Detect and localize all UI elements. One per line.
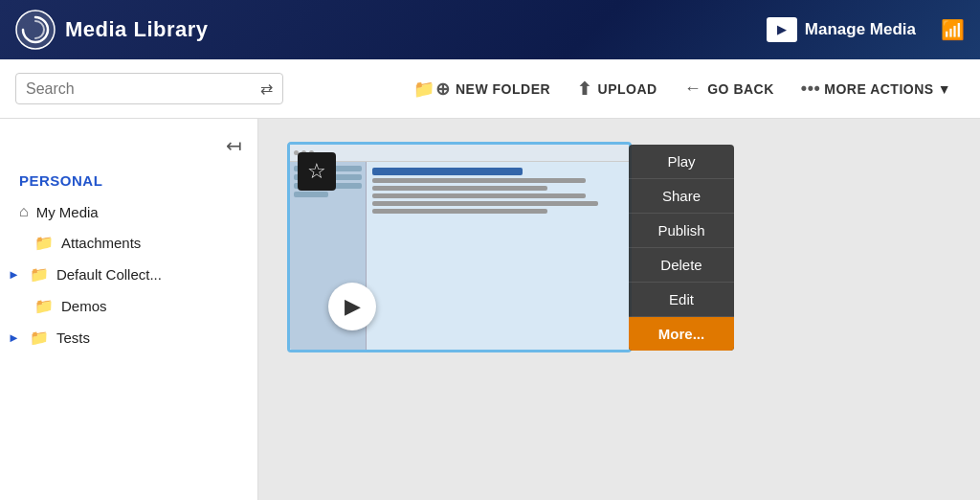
sidebar-item-attachments[interactable]: 📁 Attachments	[0, 227, 257, 259]
fake-text-5	[372, 209, 547, 214]
fake-main-content	[367, 162, 629, 350]
home-icon: ⌂	[19, 203, 29, 220]
content-area: ☆ ▶ Play Share Publish Delete	[258, 119, 980, 500]
context-menu: Play Share Publish Delete Edit More...	[629, 145, 734, 351]
context-menu-share[interactable]: Share	[629, 179, 734, 214]
collapse-sidebar-button[interactable]: ↤	[226, 134, 242, 157]
context-menu-publish-label: Publish	[657, 222, 704, 239]
main-layout: ↤ PERSONAL ⌂ My Media 📁 Attachments ► 📁 …	[0, 119, 980, 500]
sidebar-collapse[interactable]: ↤	[0, 130, 257, 169]
fake-text-2	[372, 186, 547, 191]
sidebar-item-demos-label: Demos	[61, 298, 107, 314]
header-right: Manage Media 📶	[757, 11, 965, 48]
app-title: Media Library	[65, 17, 209, 42]
folder-icon-demos: 📁	[34, 297, 54, 315]
star-overlay: ☆	[298, 152, 336, 191]
context-menu-edit[interactable]: Edit	[629, 283, 734, 317]
manage-media-button[interactable]: Manage Media	[757, 11, 925, 48]
context-menu-play-label: Play	[667, 153, 695, 170]
fake-title	[372, 168, 523, 175]
chevron-down-icon: ▼	[938, 81, 951, 97]
manage-media-label: Manage Media	[805, 20, 916, 39]
fake-text-3	[372, 193, 586, 198]
chevron-right-icon-tests: ►	[8, 330, 20, 345]
media-thumbnail: ☆ ▶	[290, 145, 629, 350]
fake-text-1	[372, 178, 586, 183]
sidebar-item-tests[interactable]: ► 📁 Tests	[0, 322, 257, 353]
app-logo	[15, 10, 56, 50]
fake-text-4	[372, 201, 598, 206]
go-back-button[interactable]: ← GO BACK	[671, 73, 788, 104]
upload-button[interactable]: ⬆ UPLOAD	[564, 73, 671, 105]
context-menu-edit-label: Edit	[669, 291, 694, 307]
context-menu-delete-label: Delete	[660, 257, 702, 273]
more-actions-icon: •••	[801, 79, 820, 99]
sidebar: ↤ PERSONAL ⌂ My Media 📁 Attachments ► 📁 …	[0, 119, 258, 500]
context-menu-delete[interactable]: Delete	[629, 248, 734, 283]
sidebar-item-demos[interactable]: 📁 Demos	[0, 290, 257, 322]
chevron-right-icon-default: ►	[8, 267, 20, 282]
new-folder-label: NEW FOLDER	[456, 81, 550, 97]
folder-icon-tests: 📁	[30, 329, 49, 347]
sidebar-item-my-media[interactable]: ⌂ My Media	[0, 196, 257, 227]
sidebar-item-my-media-label: My Media	[36, 204, 99, 220]
sidebar-item-attachments-label: Attachments	[61, 235, 141, 251]
manage-media-icon	[767, 17, 797, 42]
context-menu-more-label: More...	[658, 326, 704, 342]
header-left: Media Library	[15, 10, 209, 50]
fake-browser-bar	[290, 145, 629, 162]
context-menu-publish[interactable]: Publish	[629, 214, 734, 248]
sidebar-item-default-collect-label: Default Collect...	[56, 266, 162, 283]
sidebar-item-tests-label: Tests	[56, 330, 90, 346]
context-menu-share-label: Share	[662, 188, 701, 204]
search-input[interactable]	[26, 80, 253, 98]
sidebar-section-personal: PERSONAL	[0, 169, 257, 196]
folder-icon-default-collect: 📁	[30, 265, 49, 284]
wifi-icon: 📶	[941, 18, 965, 41]
sidebar-item-default-collect[interactable]: ► 📁 Default Collect...	[0, 259, 257, 290]
go-back-label: GO BACK	[707, 81, 774, 97]
filter-icon[interactable]: ⇄	[260, 80, 273, 98]
upload-icon: ⬆	[577, 79, 592, 100]
folder-icon-attachments: 📁	[34, 234, 54, 252]
new-folder-button[interactable]: 📁⊕ NEW FOLDER	[400, 73, 564, 105]
play-overlay[interactable]: ▶	[328, 283, 376, 330]
context-menu-more[interactable]: More...	[629, 317, 734, 351]
more-actions-button[interactable]: ••• MORE ACTIONS ▼	[788, 73, 965, 104]
more-actions-label: MORE ACTIONS	[824, 81, 933, 97]
search-container[interactable]: ⇄	[15, 73, 283, 104]
context-menu-play[interactable]: Play	[629, 145, 734, 179]
go-back-icon: ←	[684, 79, 702, 99]
toolbar: ⇄ 📁⊕ NEW FOLDER ⬆ UPLOAD ← GO BACK ••• M…	[0, 59, 980, 119]
media-card[interactable]: ☆ ▶ Play Share Publish Delete	[287, 142, 632, 352]
upload-label: UPLOAD	[598, 81, 657, 97]
header: Media Library Manage Media 📶	[0, 0, 980, 59]
new-folder-icon: 📁⊕	[413, 79, 450, 100]
